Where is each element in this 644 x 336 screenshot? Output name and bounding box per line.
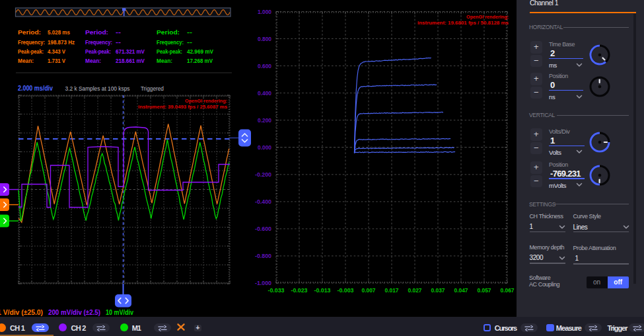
svg-text:1.000: 1.000 xyxy=(258,8,271,15)
svg-text:17.268 mV: 17.268 mV xyxy=(187,58,213,64)
svg-text:--: -- xyxy=(116,39,121,46)
svg-text:0.057: 0.057 xyxy=(478,286,491,294)
svg-text:Peak-peak:: Peak-peak: xyxy=(157,48,182,55)
svg-text:10 mV/div: 10 mV/div xyxy=(106,308,134,316)
svg-text:instrument: 19.6801 fps / 50.8: instrument: 19.6801 fps / 50.8128 ms xyxy=(417,20,509,26)
svg-text:Mean:: Mean: xyxy=(18,58,34,64)
svg-text:218.661 mV: 218.661 mV xyxy=(116,58,145,64)
svg-text:-0.200: -0.200 xyxy=(255,171,271,178)
svg-text:Frequency:: Frequency: xyxy=(157,39,184,46)
svg-text:4.343 V: 4.343 V xyxy=(48,48,66,55)
svg-text:Peak-peak:: Peak-peak: xyxy=(85,48,111,55)
svg-text:--: -- xyxy=(116,29,121,36)
svg-text:1 V/div (±25.0): 1 V/div (±25.0) xyxy=(0,308,43,316)
svg-text:0.600: 0.600 xyxy=(258,62,271,69)
svg-text:0.017: 0.017 xyxy=(385,286,399,294)
svg-text:Period:: Period: xyxy=(157,29,180,36)
svg-text:3.2 k Samples at 100 ksps: 3.2 k Samples at 100 ksps xyxy=(65,85,130,92)
svg-text:Peak-peak:: Peak-peak: xyxy=(18,48,44,55)
svg-text:-0.033: -0.033 xyxy=(268,286,285,294)
svg-text:0.027: 0.027 xyxy=(408,286,422,294)
svg-text:Mean:: Mean: xyxy=(157,58,172,64)
svg-text:--: -- xyxy=(187,29,192,36)
svg-text:-0.800: -0.800 xyxy=(255,252,271,259)
svg-text:-1.000: -1.000 xyxy=(255,279,271,286)
svg-text:198.873 Hz: 198.873 Hz xyxy=(48,39,75,46)
svg-text:-0.023: -0.023 xyxy=(291,286,308,294)
svg-text:0.007: 0.007 xyxy=(362,286,376,294)
svg-text:-0.400: -0.400 xyxy=(255,198,271,205)
svg-text:-0.600: -0.600 xyxy=(255,225,271,232)
svg-text:0.200: 0.200 xyxy=(258,116,271,124)
svg-text:Period:: Period: xyxy=(18,29,41,36)
svg-text:2.000 ms/div: 2.000 ms/div xyxy=(18,85,53,92)
svg-text:instrument: 39.0493 fps / 25.6: instrument: 39.0493 fps / 25.6087 ms xyxy=(138,104,228,110)
svg-text:Triggered: Triggered xyxy=(141,85,164,92)
svg-text:0.067: 0.067 xyxy=(501,286,515,294)
svg-text:42.969 mV: 42.969 mV xyxy=(187,48,214,55)
svg-text:-0.013: -0.013 xyxy=(314,286,331,294)
svg-text:0.800: 0.800 xyxy=(258,35,271,42)
svg-text:0.000: 0.000 xyxy=(258,144,271,151)
svg-text:--: -- xyxy=(187,39,192,46)
svg-text:0.400: 0.400 xyxy=(258,89,271,97)
svg-text:Frequency:: Frequency: xyxy=(18,39,45,46)
svg-text:671.321 mV: 671.321 mV xyxy=(116,48,145,55)
svg-text:-0.003: -0.003 xyxy=(338,286,354,294)
svg-text:0.047: 0.047 xyxy=(454,286,468,294)
svg-text:Mean:: Mean: xyxy=(85,58,101,64)
svg-text:Frequency:: Frequency: xyxy=(85,39,112,46)
svg-text:1.731 V: 1.731 V xyxy=(48,58,66,64)
svg-text:5.028 ms: 5.028 ms xyxy=(48,29,70,36)
svg-text:Period:: Period: xyxy=(85,29,108,36)
svg-text:200 mV/div (±2.5): 200 mV/div (±2.5) xyxy=(48,308,100,316)
svg-text:0.037: 0.037 xyxy=(431,286,445,294)
